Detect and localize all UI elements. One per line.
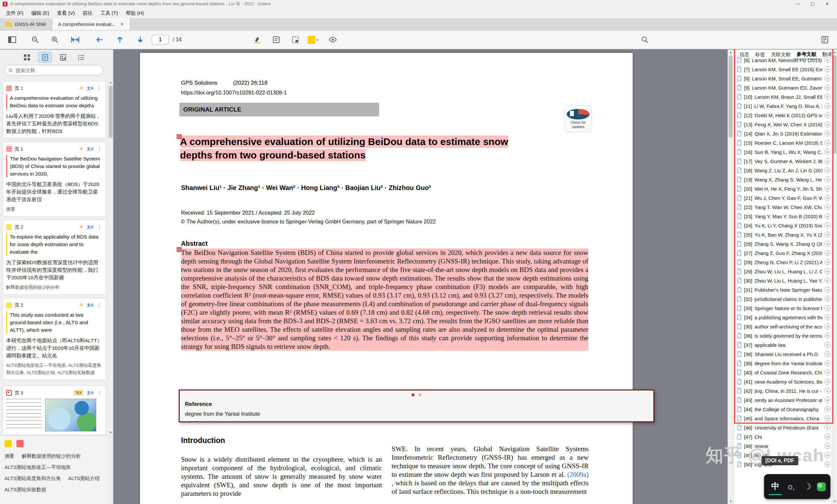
reference-row[interactable]: [39] degree from the Yantai Institute + — [733, 359, 832, 368]
back-button[interactable] — [92, 33, 107, 46]
panel-scrollbar[interactable]: ▲ ▼ — [832, 50, 837, 504]
add-reference-icon[interactable]: + — [824, 323, 831, 330]
tag-filter-item[interactable]: ALTS测站实验数据 — [5, 486, 46, 493]
select-area-tool-button[interactable] — [288, 33, 303, 46]
scrollbar-thumb[interactable] — [729, 55, 732, 137]
scroll-up-icon[interactable]: ▲ — [728, 50, 733, 55]
annotation-quote[interactable]: The BeiDou Navigation Satellite System (… — [6, 155, 102, 178]
reference-row[interactable]: [36] is solely governed by the terms of … — [733, 331, 832, 340]
zoom-in-button[interactable] — [47, 33, 63, 46]
annotation-search-box[interactable] — [5, 65, 103, 75]
highlight-tool-button[interactable] — [250, 33, 265, 46]
scrollbar-thumb[interactable] — [109, 86, 113, 138]
annotations-view-button[interactable] — [38, 52, 52, 62]
add-reference-icon[interactable]: + — [824, 131, 831, 136]
reference-row[interactable]: [34] a publishing agreement with the aut… — [733, 313, 832, 322]
add-reference-icon[interactable]: + — [824, 360, 831, 366]
zoom-out-button[interactable] — [28, 33, 43, 46]
find-in-document-button[interactable] — [637, 33, 653, 46]
add-reference-icon[interactable]: + — [824, 195, 831, 201]
reference-row[interactable]: [38] Shanwei Liu received a Ph.D. + — [733, 350, 832, 359]
translate-icon[interactable]: 文A — [87, 86, 94, 90]
annotation-comment[interactable]: 中国的北斗导航卫星系统（BDS）于2020年开始提供全球服务，通过全球导航卫星系… — [6, 181, 102, 203]
add-reference-icon[interactable]: + — [824, 434, 831, 440]
add-reference-icon[interactable]: + — [824, 287, 831, 293]
annotation-tags[interactable]: 解释数据使用的较少的分析 — [6, 284, 102, 291]
pager-dot-active[interactable] — [412, 393, 414, 396]
check-for-updates-badge[interactable]: Check for updates — [564, 105, 592, 132]
reference-row[interactable]: [42] jing, China, in 2011. He is cur - + — [733, 386, 832, 395]
ime-punctuation-button[interactable]: o, — [785, 478, 798, 495]
pdf-page[interactable]: GPS Solutions (2022) 26:118 https://doi.… — [140, 53, 633, 504]
add-reference-icon[interactable]: + — [824, 122, 831, 127]
color-filter-swatch[interactable] — [16, 440, 24, 447]
toggle-annotations-visibility-button[interactable] — [325, 33, 340, 46]
reference-row[interactable]: [47] Chi + — [733, 432, 832, 441]
annotation-card[interactable]: 页 1 ✳ 文A ⋮ A comprehensive evaluation of… — [3, 81, 106, 138]
reference-row[interactable]: [27] Zhang Z, Guo F, Zhang X (2020) Trip… — [733, 248, 832, 258]
tab-reader[interactable]: A comprehensive evaluat... ✕ — [52, 18, 130, 30]
reference-row[interactable]: [44] the College of Oceanography + — [733, 405, 832, 414]
annotation-quote[interactable]: To explore the applicability of BDS data… — [6, 233, 102, 256]
reference-row[interactable]: [46] University of Petroleum (East + — [733, 423, 832, 432]
scroll-up-icon[interactable]: ▲ — [108, 80, 113, 85]
annotation-comment[interactable]: 本研究在两个地面站点（即ALTS和ALTT）进行，这两个站点于2020年10月在… — [6, 337, 102, 359]
annotation-quote[interactable]: This study was conducted at two ground-b… — [6, 311, 102, 334]
translate-icon[interactable]: 文A — [87, 303, 94, 307]
reference-row[interactable]: [14] Qian X, Jin S (2016) Estimation of … — [733, 129, 832, 138]
reference-row[interactable]: [25] Yu K, Ban W, Zhang X, Yu X (2015) S… — [733, 230, 832, 239]
page-number-input[interactable] — [152, 35, 169, 44]
translate-icon[interactable]: 文A — [87, 225, 94, 229]
reference-row[interactable]: [33] Springer Nature or its licensor hol… — [733, 303, 832, 313]
add-reference-icon[interactable]: + — [824, 75, 831, 81]
add-reference-icon[interactable]: + — [824, 370, 831, 375]
add-reference-icon[interactable]: + — [824, 140, 831, 146]
toggle-context-pane-button[interactable] — [817, 33, 832, 46]
reference-row[interactable]: [18] Wang Z, Liu Z, An J, Lin G (2018) S… — [733, 166, 832, 175]
menu-item[interactable]: 查看 (V) — [53, 9, 79, 18]
add-reference-icon[interactable]: + — [824, 204, 831, 210]
reference-row[interactable]: [22] Yang T, Wan W, Chen XW, Chu TX, Qia… — [733, 203, 832, 212]
annotation-tags[interactable]: ALTS测站地形改正—平坦地形, ALTS测站高度角和方位角, ALTS测站介绍… — [6, 362, 102, 376]
reference-row[interactable]: [11] Li W, Fabra F, Yang D, Rius A, Mart… — [733, 101, 832, 111]
reference-row[interactable]: [28] Zheng N, Chen P, Li Z (2021) Accura… — [733, 258, 832, 267]
tab-close-icon[interactable]: ✕ — [120, 22, 124, 26]
add-reference-icon[interactable]: + — [824, 213, 831, 219]
tag-filter-item[interactable]: ALTS测站高度角和方位角 — [5, 475, 61, 482]
plugin-action-icon[interactable]: ✳ — [79, 146, 84, 152]
ime-night-mode-icon[interactable]: ☽ — [801, 478, 814, 495]
reference-row[interactable]: [10] Larson KM, Braun JJ, Small EE, Zavo… — [733, 92, 832, 101]
annotation-quote[interactable]: A comprehensive evaluation of utilizing … — [6, 94, 102, 109]
add-reference-icon[interactable]: + — [824, 425, 831, 430]
add-reference-icon[interactable]: + — [824, 167, 831, 173]
annotation-card[interactable]: 页 2 ✳ 文A ⋮ To explore the applicability … — [3, 220, 106, 295]
menu-item[interactable]: 编辑 (E) — [27, 9, 53, 18]
reference-row[interactable]: [7] Larson KM, Small EE (2016) Estimatio… — [733, 64, 832, 74]
add-reference-icon[interactable]: + — [824, 305, 831, 311]
add-reference-icon[interactable]: + — [824, 176, 831, 183]
reference-row[interactable]: [23] Yang Y, Mao Y, Sun B (2020) Basic p… — [733, 212, 832, 221]
reference-preview-popup[interactable]: Reference degree from the Yantai Institu… — [179, 390, 654, 422]
reference-row[interactable]: [32] jurisdictional claims in published … — [733, 294, 832, 303]
annotation-color-picker[interactable]: ▾ — [305, 33, 321, 46]
annotation-marker-icon[interactable] — [177, 134, 182, 139]
scroll-down-icon[interactable]: ▼ — [728, 499, 733, 504]
pdf-viewer[interactable]: GPS Solutions (2022) 26:118 https://doi.… — [114, 50, 733, 504]
reference-row[interactable]: [8] Larson KM, Small EE, Gutmann ED, Bil… — [733, 74, 832, 83]
thumbnails-view-button[interactable] — [20, 52, 34, 62]
reference-row[interactable]: [16] Sun B, Yang L, Wu X, Wang C, Guo X,… — [733, 147, 832, 156]
annotation-menu-icon[interactable]: ⋮ — [97, 86, 102, 91]
reference-row[interactable]: [19] Wang X, Zhang S, Wang L, He X, Zhan… — [733, 175, 832, 184]
pager-dot[interactable] — [418, 393, 422, 396]
add-reference-icon[interactable]: + — [824, 333, 831, 339]
translate-icon[interactable]: 文A — [87, 147, 94, 151]
add-reference-icon[interactable]: + — [824, 379, 831, 385]
add-reference-icon[interactable]: + — [824, 57, 831, 63]
annotation-comment[interactable]: Liu等人利用了2020年雪季的两个观测站，首先评估了五种最先进的雪深模型在BD… — [6, 112, 102, 135]
tag-filter-item[interactable]: ALTS测站介绍 — [68, 475, 100, 482]
annotation-tags[interactable]: 摘要 — [6, 206, 102, 213]
reference-row[interactable]: [15] Roesler C, Larson KM (2018) Softwar… — [733, 138, 832, 147]
menu-item[interactable]: 文件 (F) — [2, 9, 27, 18]
note-tool-button[interactable] — [269, 33, 284, 46]
pdf-scrollbar[interactable]: ▲ ▼ — [728, 50, 733, 504]
